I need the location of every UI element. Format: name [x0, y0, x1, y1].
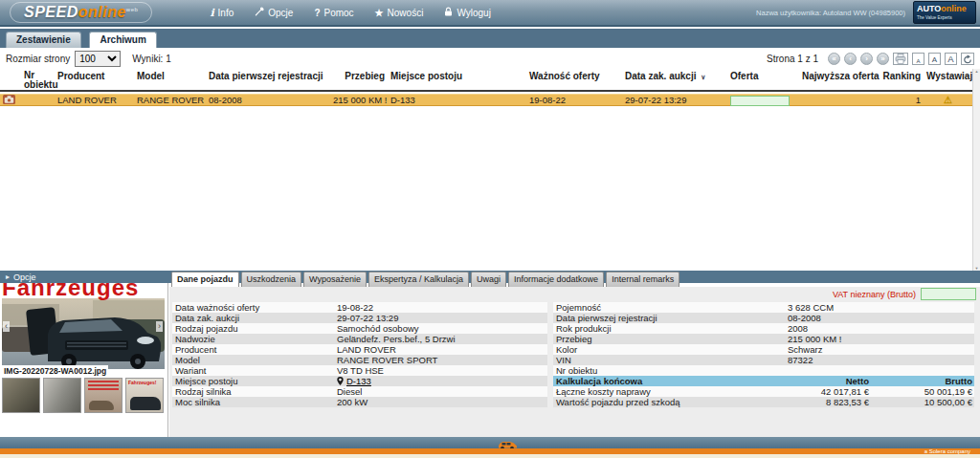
field-row: WariantV8 TD HSE: [172, 365, 547, 376]
refresh-icon: [963, 55, 972, 64]
vehicle-fields-right: Pojemność3 628 CCM Data pierwszej rejest…: [553, 302, 974, 407]
detail-tab-dane-pojazdu[interactable]: Dane pojazdu: [171, 272, 239, 287]
field-row: Rodzaj silnikaDiesel: [172, 386, 547, 397]
scroll-up-icon[interactable]: ▲: [975, 69, 979, 74]
table-scrollbar[interactable]: ▲ ▼: [972, 69, 980, 271]
font-size-small-button[interactable]: A: [912, 53, 924, 65]
first-page-button[interactable]: «: [828, 53, 840, 65]
vehicle-fields-left: Data ważności oferty19-08-22 Data zak. a…: [172, 302, 547, 407]
last-page-button[interactable]: »: [877, 53, 889, 65]
thumbnail-3[interactable]: [84, 378, 122, 413]
field-label: Wariant: [172, 365, 337, 376]
field-label: Moc silnika: [172, 397, 337, 407]
results-table-header: Nr obiektu Producent Model Data pierwsze…: [0, 69, 972, 92]
vat-row: VAT nieznany (Brutto): [833, 288, 976, 300]
font-size-large-button[interactable]: A: [945, 53, 957, 65]
vehicle-details-panel: VAT nieznany (Brutto) Data ważności ofer…: [169, 287, 980, 437]
row-waznosc-oferty: 19-08-22: [526, 95, 622, 105]
bid-input[interactable]: [730, 96, 790, 106]
location-pin-icon: [337, 377, 344, 385]
page-size-select[interactable]: 100: [75, 51, 121, 67]
star-icon: ★: [375, 8, 384, 18]
brand-tagline: The Value Experts: [917, 13, 972, 22]
row-ranking: 1: [876, 95, 924, 105]
logo-online-text: online: [78, 4, 126, 20]
menu-item-nowosci[interactable]: ★ Nowości: [375, 7, 424, 19]
field-value: 200 kW: [337, 397, 547, 407]
refresh-button[interactable]: [961, 53, 974, 65]
column-oferta[interactable]: Oferta: [727, 69, 799, 90]
column-producent[interactable]: Producent: [55, 69, 134, 90]
calc-netto-header: Netto: [788, 376, 869, 386]
menu-item-opcje[interactable]: Opcje: [255, 7, 293, 19]
detail-tab-ekspertyza-kalkulacja[interactable]: Ekspertyza / Kalkulacja: [368, 272, 469, 287]
calc-header-row: Kalkulacja końcowa NettoBrutto: [553, 376, 974, 386]
field-value: 215 000 KM !: [788, 334, 974, 344]
vehicle-photo-illustration: [2, 298, 165, 369]
thumbnail-4[interactable]: Fahrzeuges!: [125, 378, 164, 413]
column-miejsce-postoju[interactable]: Miejsce postoju: [388, 69, 526, 90]
column-nr-obiektu[interactable]: Nr obiektu: [21, 69, 55, 90]
next-page-button[interactable]: ›: [860, 53, 873, 65]
row-wystawiajacy-cell: ⚠: [924, 95, 972, 105]
main-tab-bar: Zestawienie Archiwum: [0, 29, 980, 48]
menu-item-wyloguj[interactable]: Wyloguj: [444, 7, 490, 19]
menu-label-opcje: Opcje: [268, 8, 293, 18]
wrench-icon: [255, 7, 264, 18]
top-header-bar: SPEEDonlineweb i Info Opcje ? Pomoc ★ No…: [0, 0, 980, 27]
photo-panel: Fahrzeuges ‹ › IMG-20220728-WA0012.jpg: [0, 283, 168, 437]
field-row: Pojemność3 628 CCM: [553, 302, 974, 313]
main-vehicle-photo[interactable]: [2, 298, 165, 369]
thumbnail-1[interactable]: [2, 378, 40, 413]
tab-zestawienie[interactable]: Zestawienie: [6, 32, 81, 48]
photo-prev-arrow[interactable]: ‹: [3, 321, 10, 332]
location-link[interactable]: D-133: [346, 376, 371, 386]
detail-tab-informacje-dodatkowe[interactable]: Informacje dodatkowe: [508, 272, 604, 287]
logo-speed-text: SPEED: [24, 4, 78, 20]
vat-input[interactable]: [921, 288, 976, 300]
calc-row-vehicle-value: Wartość pojazdu przed szkodą 8 823,53 €1…: [553, 397, 974, 407]
column-model[interactable]: Model: [134, 69, 206, 90]
field-row: NadwozieGeländefz. Pers.bef., 5 Drzwi: [172, 334, 547, 344]
column-data-zak-aukcji[interactable]: Data zak. aukcji ∨: [622, 69, 727, 90]
field-row: ProducentLAND ROVER: [172, 344, 547, 355]
detail-tab-uwagi[interactable]: Uwagi: [471, 272, 506, 287]
field-row: Rok produkcji2008: [553, 323, 974, 334]
print-button[interactable]: [893, 53, 908, 65]
column-data-zak-aukcji-label: Data zak. aukcji: [625, 71, 696, 81]
field-label: Model: [172, 355, 337, 365]
field-label: Data ważności oferty: [172, 302, 337, 313]
field-value: D-133: [337, 376, 547, 386]
tab-archiwum[interactable]: Archiwum: [89, 32, 156, 48]
row-producent: LAND ROVER: [55, 95, 134, 105]
column-najwyzsza-oferta[interactable]: Najwyższa oferta: [799, 69, 876, 90]
field-value: 87322: [788, 355, 974, 365]
logo-web-superscript: web: [126, 7, 139, 12]
detail-tab-wyposazenie[interactable]: Wyposażenie: [303, 272, 367, 287]
column-waznosc-oferty[interactable]: Ważność oferty: [526, 69, 622, 90]
menu-item-pomoc[interactable]: ? Pomoc: [314, 7, 353, 19]
warning-icon[interactable]: ⚠: [944, 95, 952, 105]
menu-label-pomoc: Pomoc: [323, 8, 353, 18]
column-data-pierwszej-rejestracji[interactable]: Data pierwszej rejestracji: [206, 69, 330, 90]
row-przebieg: 215 000 KM !: [330, 95, 388, 105]
field-value: 3 628 CCM: [788, 302, 974, 313]
thumbnail-2[interactable]: [43, 378, 81, 413]
field-row: Nr obiektu: [553, 365, 974, 376]
row-photo-cell: [0, 95, 21, 106]
menu-item-info[interactable]: i Info: [210, 7, 234, 19]
prev-page-button[interactable]: ‹: [844, 53, 857, 65]
font-size-medium-button[interactable]: A: [928, 53, 941, 65]
detail-tab-internal-remarks[interactable]: Internal remarks: [606, 272, 679, 287]
footer-bar: [0, 437, 980, 448]
options-label: Opcje: [13, 273, 36, 282]
field-row: Data pierwszej rejestracji08-2008: [553, 313, 974, 323]
row-data-zak-aukcji: 29-07-22 13:29: [622, 95, 727, 105]
column-wystawiajacy[interactable]: Wystawiający: [924, 69, 972, 90]
column-ranking[interactable]: Ranking: [876, 69, 924, 90]
camera-icon: [3, 95, 15, 104]
detail-tab-uszkodzenia[interactable]: Uszkodzenia: [241, 272, 302, 287]
column-przebieg[interactable]: Przebieg: [330, 69, 388, 90]
photo-next-arrow[interactable]: ›: [156, 321, 163, 332]
table-row[interactable]: LAND ROVER RANGE ROVER SPOR... 08-2008 2…: [0, 94, 972, 106]
